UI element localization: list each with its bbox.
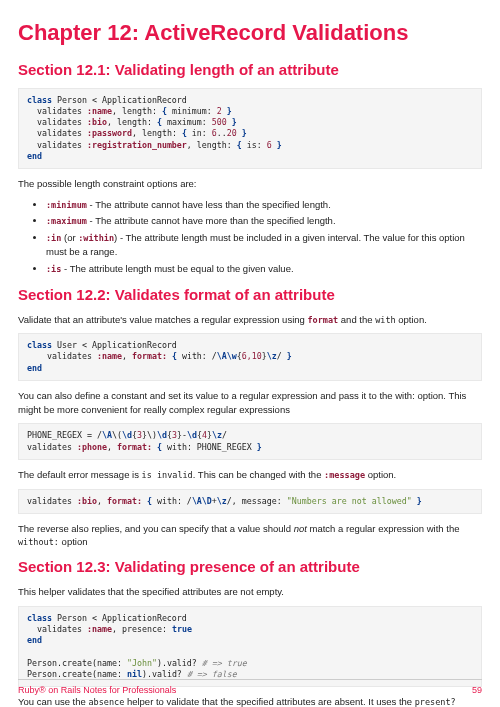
inline-code: :message (324, 470, 365, 480)
code-block-message: validates :bio, format: { with: /\A\D+\z… (18, 489, 482, 514)
paragraph: Validate that an attribute's value match… (18, 313, 482, 327)
option-code: :in (46, 233, 61, 243)
code-block-format: class User < ApplicationRecord validates… (18, 333, 482, 381)
inline-code: without: (18, 537, 59, 547)
emphasis: not (294, 523, 307, 534)
code-block-length: class Person < ApplicationRecord validat… (18, 88, 482, 169)
paragraph: The default error message is is invalid.… (18, 468, 482, 482)
list-item: :maximum - The attribute cannot have mor… (46, 214, 482, 228)
paragraph: The possible length constraint options a… (18, 177, 482, 191)
section-title-12-2: Section 12.2: Validates format of an att… (18, 284, 482, 305)
paragraph: You can also define a constant and set i… (18, 389, 482, 417)
option-code: :within (78, 233, 114, 243)
option-code: :minimum (46, 200, 87, 210)
code-block-phone-regex: PHONE_REGEX = /\A\(\d{3}\)\d{3}-\d{4}\z/… (18, 423, 482, 459)
list-item: :is - The attribute length must be equal… (46, 262, 482, 276)
code-block-presence: class Person < ApplicationRecord validat… (18, 606, 482, 687)
option-code: :maximum (46, 216, 87, 226)
footer-title: Ruby® on Rails Notes for Professionals (18, 684, 176, 697)
inline-code: present? (415, 697, 456, 707)
option-code: :is (46, 264, 61, 274)
list-item: :minimum - The attribute cannot have les… (46, 198, 482, 212)
paragraph: This helper validates that the specified… (18, 585, 482, 599)
section-title-12-3: Section 12.3: Validating presence of an … (18, 556, 482, 577)
options-list: :minimum - The attribute cannot have les… (18, 198, 482, 276)
inline-code: absence (88, 697, 124, 707)
inline-code: is invalid (142, 470, 193, 480)
section-title-12-1: Section 12.1: Validating length of an at… (18, 59, 482, 80)
inline-code: format (307, 315, 338, 325)
paragraph: The reverse also replies, and you can sp… (18, 522, 482, 550)
page-number: 59 (472, 684, 482, 697)
list-item: :in (or :within) - The attribute length … (46, 231, 482, 259)
inline-code: with (375, 315, 395, 325)
page-footer: Ruby® on Rails Notes for Professionals 5… (18, 679, 482, 697)
chapter-title: Chapter 12: ActiveRecord Validations (18, 18, 482, 49)
